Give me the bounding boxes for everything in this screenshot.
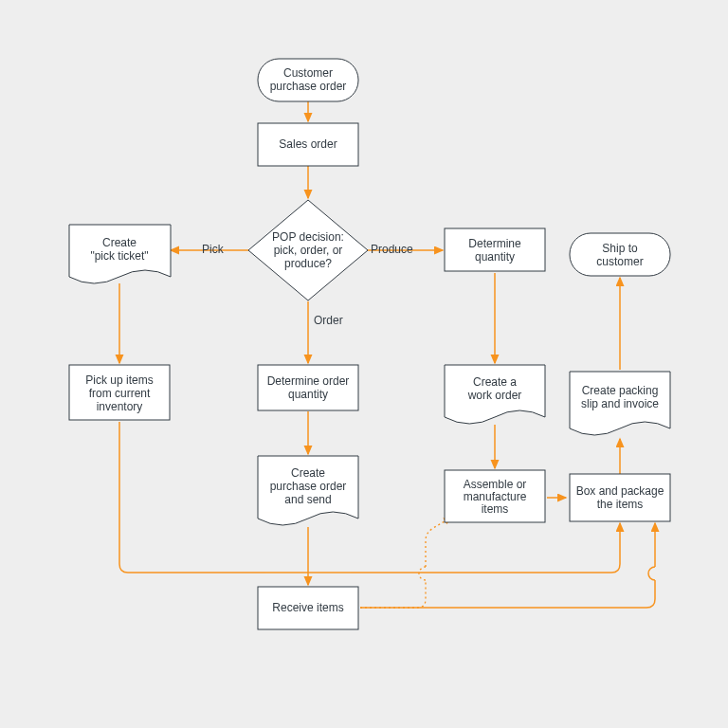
node-determine-quantity: Determine quantity [445, 228, 545, 271]
svg-text:manufacture: manufacture [464, 490, 527, 503]
node-ship-to-customer: Ship to customer [570, 233, 670, 276]
svg-text:produce?: produce? [284, 257, 332, 270]
edge-label-produce: Produce [371, 243, 413, 256]
svg-text:Receive items: Receive items [272, 601, 343, 614]
edge-pickitems-box-right [351, 523, 620, 573]
node-receive-items: Receive items [258, 587, 358, 629]
node-pop-decision: POP decision: pick, order, or produce? [248, 200, 368, 300]
svg-text:POP decision:: POP decision: [272, 230, 344, 244]
svg-text:Sales order: Sales order [279, 137, 337, 151]
svg-text:work order: work order [467, 389, 522, 402]
node-box-package: Box and package the items [570, 474, 670, 521]
svg-text:quantity: quantity [288, 388, 328, 401]
node-customer-purchase-order: Customer purchase order [258, 59, 358, 101]
edge-label-pick: Pick [202, 243, 225, 256]
svg-text:Pick up items: Pick up items [85, 373, 153, 387]
node-create-packing-slip: Create packing slip and invoice [570, 372, 670, 435]
flowchart-canvas: Pick Produce Order Customer purchase ord… [0, 0, 728, 728]
edge-receive-assemble-b [426, 518, 451, 567]
svg-text:Create a: Create a [473, 375, 517, 389]
svg-text:pick, order, or: pick, order, or [274, 244, 343, 257]
edge-receive-assemble-a [360, 580, 426, 608]
svg-text:slip and invoice: slip and invoice [581, 397, 659, 410]
node-pick-up-items: Pick up items from current inventory [69, 365, 170, 420]
svg-text:the items: the items [597, 498, 644, 511]
svg-text:Box and package: Box and package [576, 484, 664, 498]
node-assemble-manufacture: Assemble or manufacture items [445, 470, 545, 522]
node-create-purchase-order: Create purchase order and send [258, 456, 358, 525]
svg-text:Determine order: Determine order [267, 374, 350, 388]
node-sales-order: Sales order [258, 123, 358, 166]
svg-text:Determine: Determine [468, 237, 521, 250]
edge-receive-box-a [360, 580, 655, 608]
svg-text:Create packing: Create packing [582, 384, 659, 397]
svg-text:purchase order: purchase order [270, 80, 347, 93]
edge-label-order: Order [314, 314, 343, 327]
svg-text:Assemble or: Assemble or [464, 478, 527, 491]
svg-text:from current: from current [89, 387, 151, 400]
svg-text:and send: and send [284, 493, 331, 506]
svg-text:Customer: Customer [283, 66, 333, 80]
svg-text:items: items [482, 502, 509, 516]
edge-pickitems-receive-part [119, 422, 265, 573]
node-create-work-order: Create a work order [445, 365, 545, 424]
svg-text:Create: Create [291, 466, 325, 480]
svg-text:"pick ticket": "pick ticket" [90, 249, 148, 263]
node-determine-order-quantity: Determine order quantity [258, 365, 358, 410]
svg-text:customer: customer [596, 255, 643, 268]
svg-text:Ship to: Ship to [602, 242, 638, 255]
svg-text:Create: Create [102, 236, 136, 249]
svg-text:purchase order: purchase order [270, 480, 347, 493]
svg-text:inventory: inventory [97, 400, 143, 413]
edge-receive-assemble-hop [419, 567, 426, 580]
edge-receive-box-hop [648, 567, 655, 580]
node-create-pick-ticket: Create "pick ticket" [69, 225, 171, 283]
svg-text:quantity: quantity [475, 250, 515, 264]
